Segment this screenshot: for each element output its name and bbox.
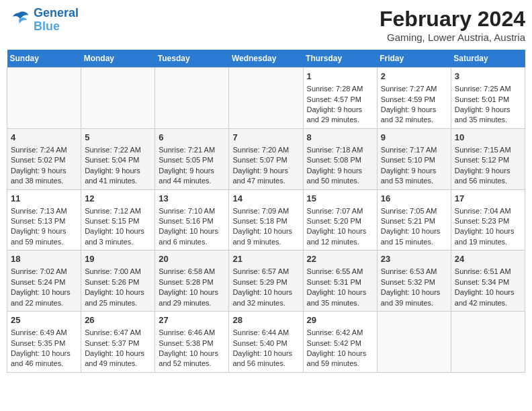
daylight-line1: Daylight: 10 hours bbox=[159, 227, 218, 235]
daylight-line2: and 47 minutes. bbox=[232, 177, 285, 185]
day-number: 9 bbox=[381, 132, 447, 144]
sunset: Sunset: 5:13 PM bbox=[11, 217, 65, 225]
calendar-subtitle: Gaming, Lower Austria, Austria bbox=[380, 32, 525, 43]
logo-text: General Blue bbox=[34, 7, 79, 34]
day-info: Sunrise: 7:18 AMSunset: 5:08 PMDaylight:… bbox=[307, 145, 373, 187]
day-info: Sunrise: 6:44 AMSunset: 5:40 PMDaylight:… bbox=[232, 328, 299, 369]
calendar-week-4: 18Sunrise: 7:02 AMSunset: 5:24 PMDayligh… bbox=[7, 250, 525, 312]
daylight-line1: Daylight: 10 hours bbox=[455, 227, 515, 235]
calendar-cell: 9Sunrise: 7:17 AMSunset: 5:10 PMDaylight… bbox=[377, 128, 451, 189]
day-info: Sunrise: 6:46 AMSunset: 5:38 PMDaylight:… bbox=[159, 328, 225, 369]
daylight-line2: and 6 minutes. bbox=[159, 238, 207, 246]
sunrise: Sunrise: 6:58 AM bbox=[159, 267, 215, 275]
sunrise: Sunrise: 7:04 AM bbox=[455, 207, 511, 215]
sunrise: Sunrise: 7:12 AM bbox=[85, 207, 141, 215]
day-number: 10 bbox=[455, 132, 521, 144]
sunrise: Sunrise: 6:44 AM bbox=[232, 328, 289, 336]
daylight-line1: Daylight: 10 hours bbox=[232, 227, 292, 235]
daylight-line2: and 25 minutes. bbox=[85, 299, 137, 307]
calendar-cell bbox=[229, 68, 303, 129]
sunset: Sunset: 5:15 PM bbox=[85, 217, 139, 225]
daylight-line2: and 19 minutes. bbox=[455, 238, 507, 246]
daylight-line2: and 53 minutes. bbox=[381, 177, 433, 185]
daylight-line1: Daylight: 9 hours bbox=[455, 105, 511, 113]
day-info: Sunrise: 6:42 AMSunset: 5:42 PMDaylight:… bbox=[307, 328, 373, 369]
calendar-cell: 17Sunrise: 7:04 AMSunset: 5:23 PMDayligh… bbox=[451, 189, 525, 250]
day-number: 2 bbox=[381, 71, 447, 83]
daylight-line1: Daylight: 9 hours bbox=[11, 227, 66, 235]
day-number: 23 bbox=[381, 253, 447, 265]
sunrise: Sunrise: 7:17 AM bbox=[381, 146, 437, 154]
sunrise: Sunrise: 7:28 AM bbox=[307, 85, 363, 93]
daylight-line1: Daylight: 10 hours bbox=[307, 349, 367, 357]
logo-icon bbox=[7, 8, 31, 32]
sunset: Sunset: 5:26 PM bbox=[85, 278, 139, 286]
sunrise: Sunrise: 6:53 AM bbox=[381, 267, 437, 275]
daylight-line2: and 49 minutes. bbox=[85, 359, 137, 367]
calendar-cell: 21Sunrise: 6:57 AMSunset: 5:29 PMDayligh… bbox=[229, 250, 303, 312]
daylight-line1: Daylight: 10 hours bbox=[11, 288, 71, 296]
sunrise: Sunrise: 7:13 AM bbox=[11, 207, 67, 215]
sunset: Sunset: 5:05 PM bbox=[159, 156, 213, 164]
daylight-line1: Daylight: 10 hours bbox=[455, 288, 515, 296]
calendar-week-2: 4Sunrise: 7:24 AMSunset: 5:02 PMDaylight… bbox=[7, 128, 525, 189]
calendar-cell: 5Sunrise: 7:22 AMSunset: 5:04 PMDaylight… bbox=[81, 128, 155, 189]
daylight-line2: and 35 minutes. bbox=[455, 116, 507, 124]
sunrise: Sunrise: 7:05 AM bbox=[381, 207, 437, 215]
sunrise: Sunrise: 7:25 AM bbox=[455, 85, 511, 93]
sunset: Sunset: 5:08 PM bbox=[307, 156, 361, 164]
sunrise: Sunrise: 7:00 AM bbox=[85, 267, 141, 275]
sunset: Sunset: 5:21 PM bbox=[381, 217, 435, 225]
daylight-line2: and 3 minutes. bbox=[85, 238, 133, 246]
day-number: 4 bbox=[11, 132, 77, 144]
calendar-cell: 25Sunrise: 6:49 AMSunset: 5:35 PMDayligh… bbox=[7, 312, 81, 373]
day-info: Sunrise: 7:13 AMSunset: 5:13 PMDaylight:… bbox=[11, 206, 77, 248]
daylight-line1: Daylight: 10 hours bbox=[381, 227, 441, 235]
daylight-line2: and 46 minutes. bbox=[11, 359, 63, 367]
day-info: Sunrise: 7:27 AMSunset: 4:59 PMDaylight:… bbox=[381, 84, 447, 126]
sunrise: Sunrise: 7:02 AM bbox=[11, 267, 67, 275]
sunset: Sunset: 5:01 PM bbox=[455, 95, 509, 103]
calendar-cell: 12Sunrise: 7:12 AMSunset: 5:15 PMDayligh… bbox=[81, 189, 155, 250]
day-info: Sunrise: 6:55 AMSunset: 5:31 PMDaylight:… bbox=[307, 267, 373, 308]
day-info: Sunrise: 7:00 AMSunset: 5:26 PMDaylight:… bbox=[85, 267, 151, 308]
sunrise: Sunrise: 6:55 AM bbox=[307, 267, 363, 275]
day-number: 20 bbox=[159, 253, 225, 265]
daylight-line1: Daylight: 10 hours bbox=[381, 288, 441, 296]
sunrise: Sunrise: 7:27 AM bbox=[381, 85, 437, 93]
sunset: Sunset: 5:16 PM bbox=[159, 217, 213, 225]
sunrise: Sunrise: 7:07 AM bbox=[307, 207, 363, 215]
day-info: Sunrise: 7:24 AMSunset: 5:02 PMDaylight:… bbox=[11, 145, 77, 187]
calendar-cell: 22Sunrise: 6:55 AMSunset: 5:31 PMDayligh… bbox=[303, 250, 377, 312]
day-info: Sunrise: 6:49 AMSunset: 5:35 PMDaylight:… bbox=[11, 328, 77, 369]
calendar-cell: 15Sunrise: 7:07 AMSunset: 5:20 PMDayligh… bbox=[303, 189, 377, 250]
calendar-cell: 19Sunrise: 7:00 AMSunset: 5:26 PMDayligh… bbox=[81, 250, 155, 312]
sunrise: Sunrise: 6:47 AM bbox=[85, 328, 141, 336]
sunset: Sunset: 5:02 PM bbox=[11, 156, 65, 164]
sunset: Sunset: 5:35 PM bbox=[11, 339, 65, 347]
sunset: Sunset: 5:34 PM bbox=[455, 278, 509, 286]
day-number: 18 bbox=[11, 253, 77, 265]
daylight-line2: and 41 minutes. bbox=[85, 177, 137, 185]
calendar-week-5: 25Sunrise: 6:49 AMSunset: 5:35 PMDayligh… bbox=[7, 312, 525, 373]
day-number: 14 bbox=[232, 193, 299, 205]
sunset: Sunset: 5:29 PM bbox=[232, 278, 287, 286]
header-day-sunday: Sunday bbox=[7, 50, 81, 68]
day-number: 28 bbox=[232, 314, 299, 326]
sunset: Sunset: 5:31 PM bbox=[307, 278, 361, 286]
daylight-line1: Daylight: 10 hours bbox=[159, 349, 218, 357]
daylight-line1: Daylight: 9 hours bbox=[159, 167, 214, 175]
sunset: Sunset: 5:20 PM bbox=[307, 217, 361, 225]
daylight-line2: and 52 minutes. bbox=[159, 359, 211, 367]
daylight-line1: Daylight: 9 hours bbox=[11, 167, 66, 175]
calendar-cell: 10Sunrise: 7:15 AMSunset: 5:12 PMDayligh… bbox=[451, 128, 525, 189]
calendar-week-1: 1Sunrise: 7:28 AMSunset: 4:57 PMDaylight… bbox=[7, 68, 525, 129]
sunset: Sunset: 5:24 PM bbox=[11, 278, 65, 286]
daylight-line1: Daylight: 10 hours bbox=[11, 349, 71, 357]
day-info: Sunrise: 7:21 AMSunset: 5:05 PMDaylight:… bbox=[159, 145, 225, 187]
day-number: 25 bbox=[11, 314, 77, 326]
logo: General Blue bbox=[7, 7, 79, 34]
day-info: Sunrise: 7:17 AMSunset: 5:10 PMDaylight:… bbox=[381, 145, 447, 187]
daylight-line1: Daylight: 9 hours bbox=[307, 105, 363, 113]
calendar-cell: 27Sunrise: 6:46 AMSunset: 5:38 PMDayligh… bbox=[155, 312, 229, 373]
